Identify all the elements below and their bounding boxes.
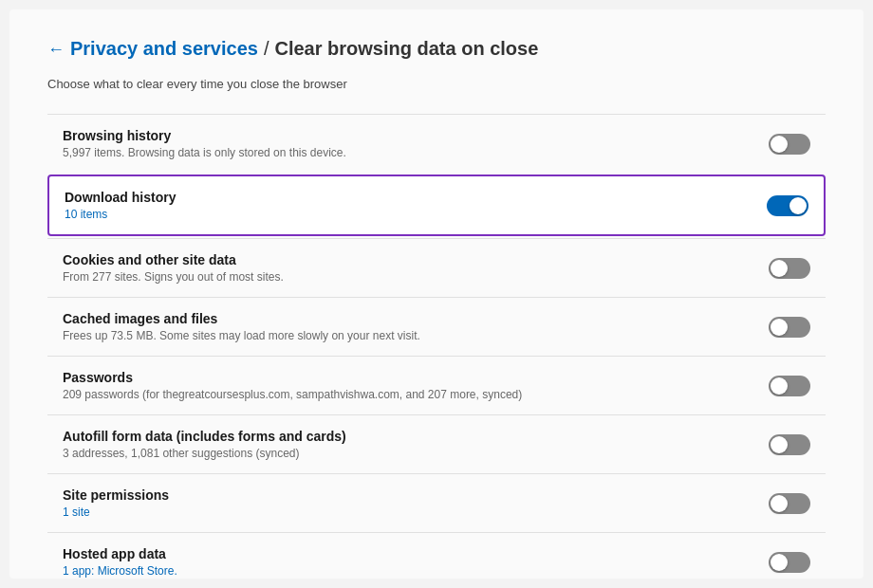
toggle-knob-cookies bbox=[771, 260, 788, 277]
back-arrow-icon[interactable]: ← bbox=[47, 41, 65, 58]
setting-info-hosted-app-data: Hosted app data1 app: Microsoft Store. bbox=[63, 546, 750, 578]
setting-row-cached-images: Cached images and filesFrees up 73.5 MB.… bbox=[47, 297, 826, 356]
setting-info-autofill: Autofill form data (includes forms and c… bbox=[63, 429, 750, 460]
toggle-knob-autofill bbox=[771, 436, 788, 453]
setting-desc-cookies: From 277 sites. Signs you out of most si… bbox=[63, 270, 750, 284]
setting-row-hosted-app-data: Hosted app data1 app: Microsoft Store. bbox=[47, 532, 826, 579]
toggle-wrapper-cached-images bbox=[769, 317, 810, 338]
toggle-wrapper-hosted-app-data bbox=[769, 552, 810, 573]
breadcrumb: ← Privacy and services / Clear browsing … bbox=[47, 38, 826, 60]
setting-info-download-history: Download history10 items bbox=[65, 190, 748, 221]
setting-row-autofill: Autofill form data (includes forms and c… bbox=[47, 414, 826, 473]
setting-label-cached-images: Cached images and files bbox=[63, 311, 750, 326]
setting-row-cookies: Cookies and other site dataFrom 277 site… bbox=[47, 238, 826, 297]
toggle-autofill[interactable] bbox=[769, 434, 810, 455]
breadcrumb-link[interactable]: Privacy and services bbox=[70, 38, 258, 60]
setting-info-site-permissions: Site permissions1 site bbox=[63, 487, 750, 519]
toggle-wrapper-cookies bbox=[769, 258, 810, 279]
setting-desc-browsing-history: 5,997 items. Browsing data is only store… bbox=[63, 146, 750, 159]
setting-label-cookies: Cookies and other site data bbox=[63, 252, 750, 267]
toggle-cached-images[interactable] bbox=[769, 317, 810, 338]
setting-row-site-permissions: Site permissions1 site bbox=[47, 473, 826, 532]
toggle-wrapper-passwords bbox=[769, 376, 810, 396]
toggle-passwords[interactable] bbox=[769, 376, 810, 396]
toggle-knob-cached-images bbox=[771, 319, 788, 336]
setting-desc-passwords: 209 passwords (for thegreatcoursesplus.c… bbox=[63, 388, 750, 401]
toggle-knob-passwords bbox=[771, 377, 788, 395]
page-subtitle: Choose what to clear every time you clos… bbox=[47, 77, 826, 91]
setting-desc-autofill: 3 addresses, 1,081 other suggestions (sy… bbox=[63, 447, 750, 460]
toggle-browsing-history[interactable] bbox=[769, 134, 810, 155]
setting-info-browsing-history: Browsing history5,997 items. Browsing da… bbox=[63, 128, 750, 159]
toggle-wrapper-site-permissions bbox=[769, 493, 810, 514]
setting-row-browsing-history: Browsing history5,997 items. Browsing da… bbox=[47, 114, 826, 173]
setting-row-download-history: Download history10 items bbox=[47, 175, 826, 236]
setting-info-cached-images: Cached images and filesFrees up 73.5 MB.… bbox=[63, 311, 750, 342]
toggle-wrapper-download-history bbox=[767, 195, 808, 216]
toggle-knob-hosted-app-data bbox=[771, 554, 788, 571]
setting-desc-download-history: 10 items bbox=[65, 208, 748, 221]
setting-info-cookies: Cookies and other site dataFrom 277 site… bbox=[63, 252, 750, 284]
setting-desc-site-permissions: 1 site bbox=[63, 505, 750, 519]
setting-desc-hosted-app-data: 1 app: Microsoft Store. bbox=[63, 564, 750, 578]
setting-desc-cached-images: Frees up 73.5 MB. Some sites may load mo… bbox=[63, 329, 750, 342]
setting-label-site-permissions: Site permissions bbox=[63, 487, 750, 503]
toggle-wrapper-browsing-history bbox=[769, 134, 810, 155]
setting-info-passwords: Passwords209 passwords (for thegreatcour… bbox=[63, 370, 750, 401]
setting-label-autofill: Autofill form data (includes forms and c… bbox=[63, 429, 750, 444]
toggle-wrapper-autofill bbox=[769, 434, 810, 455]
setting-row-passwords: Passwords209 passwords (for thegreatcour… bbox=[47, 356, 826, 414]
toggle-knob-download-history bbox=[789, 197, 807, 214]
setting-label-hosted-app-data: Hosted app data bbox=[63, 546, 750, 561]
toggle-cookies[interactable] bbox=[769, 258, 810, 279]
breadcrumb-current: Clear browsing data on close bbox=[274, 38, 538, 60]
toggle-knob-browsing-history bbox=[771, 136, 788, 153]
setting-label-passwords: Passwords bbox=[63, 370, 750, 385]
settings-page: ← Privacy and services / Clear browsing … bbox=[9, 9, 864, 579]
breadcrumb-separator: / bbox=[264, 38, 269, 60]
toggle-download-history[interactable] bbox=[767, 195, 808, 216]
toggle-site-permissions[interactable] bbox=[769, 493, 810, 514]
settings-list: Browsing history5,997 items. Browsing da… bbox=[47, 114, 826, 579]
setting-label-browsing-history: Browsing history bbox=[63, 128, 750, 143]
toggle-knob-site-permissions bbox=[771, 495, 788, 512]
setting-label-download-history: Download history bbox=[65, 190, 748, 205]
toggle-hosted-app-data[interactable] bbox=[769, 552, 810, 573]
